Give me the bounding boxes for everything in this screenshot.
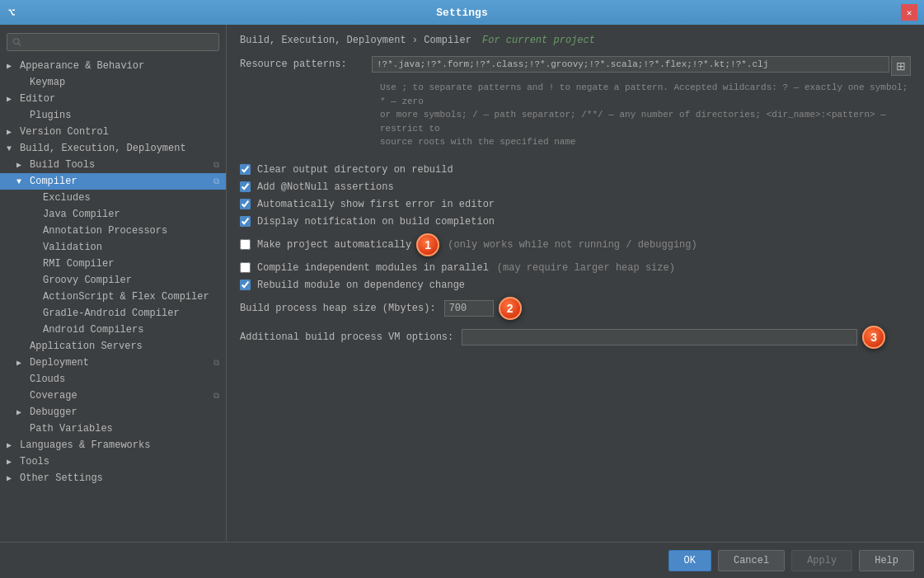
sidebar-item-label: Gradle-Android Compiler [43, 308, 180, 319]
vm-options-label: Additional build process VM options: [240, 331, 453, 343]
sidebar-item-label: Application Servers [30, 341, 143, 352]
copy-icon: ⧉ [213, 161, 219, 170]
checkbox-label-first-error: Automatically show first error in editor [257, 199, 495, 210]
search-bar[interactable] [7, 33, 219, 51]
sidebar-item-annotation-processors[interactable]: Annotation Processors [0, 223, 226, 239]
heap-size-label: Build process heap size (Mbytes): [240, 303, 436, 314]
checkbox-notnull[interactable] [240, 181, 251, 192]
checkbox-build-notification[interactable] [240, 216, 251, 227]
sidebar-item-version-control[interactable]: ▶Version Control [0, 124, 226, 140]
hint-line3: source roots with the specified name [380, 137, 576, 147]
sidebar-item-groovy-compiler[interactable]: Groovy Compiler [0, 272, 226, 289]
checkbox-make-auto[interactable] [240, 239, 251, 250]
checkbox-note-compile-parallel: (may require larger heap size) [497, 262, 675, 274]
sidebar-item-gradle-android[interactable]: Gradle-Android Compiler [0, 305, 226, 322]
arrow-icon: ▶ [16, 358, 26, 368]
hint-line2: or more symbols; / — path separator; /**… [380, 110, 886, 134]
ok-button[interactable]: OK [668, 550, 711, 571]
resource-patterns-row: Resource patterns: ⊞ [240, 56, 911, 76]
heap-size-row: Build process heap size (Mbytes): 2 [240, 297, 911, 320]
help-button[interactable]: Help [859, 550, 914, 571]
sidebar-item-keymap[interactable]: Keymap [0, 74, 226, 91]
arrow-icon: ▶ [7, 440, 16, 450]
sidebar-item-label: Path Variables [30, 423, 113, 435]
sidebar-item-java-compiler[interactable]: Java Compiler [0, 206, 226, 223]
checkbox-row-clear-output: Clear output directory on rebuild [240, 164, 911, 176]
sidebar-item-label: Languages & Frameworks [20, 439, 150, 451]
sidebar-item-path-variables[interactable]: Path Variables [0, 421, 226, 437]
sidebar-item-android-compilers[interactable]: Android Compilers [0, 322, 226, 338]
sidebar-item-label: Other Settings [20, 472, 103, 484]
sidebar-item-label: Build Tools [30, 159, 95, 171]
checkbox-row-first-error: Automatically show first error in editor [240, 199, 911, 210]
sidebar-item-deployment[interactable]: ▶Deployment⧉ [0, 355, 226, 371]
sidebar-item-rmi-compiler[interactable]: RMI Compiler [0, 256, 226, 272]
checkbox-compile-parallel[interactable] [240, 262, 251, 273]
vm-options-input[interactable] [462, 329, 857, 345]
checkbox-rebuild-dependency[interactable] [240, 280, 251, 290]
checkbox-note-make-auto: (only works while not running / debuggin… [448, 239, 697, 251]
sidebar-item-clouds[interactable]: Clouds [0, 371, 226, 388]
sidebar-item-debugger[interactable]: ▶Debugger [0, 404, 226, 421]
checkbox-label-notnull: Add @NotNull assertions [257, 181, 394, 193]
sidebar-item-build-execution[interactable]: ▼Build, Execution, Deployment [0, 140, 226, 157]
search-icon [12, 37, 21, 47]
heap-size-input[interactable] [444, 300, 494, 317]
sidebar-item-label: Tools [20, 456, 49, 468]
arrow-icon: ▶ [16, 407, 26, 417]
cancel-button[interactable]: Cancel [718, 550, 785, 571]
resource-patterns-label: Resource patterns: [240, 56, 372, 70]
title-bar: ⌥ Settings ✕ [0, 0, 924, 25]
window-title: Settings [436, 7, 487, 19]
arrow-icon: ▼ [7, 144, 16, 153]
checkbox-label-clear-output: Clear output directory on rebuild [257, 164, 453, 176]
resource-patterns-input[interactable] [372, 56, 889, 73]
copy-icon: ⧉ [213, 177, 219, 186]
app-icon: ⌥ [8, 6, 15, 20]
checkbox-label-build-notification: Display notification on build completion [257, 216, 495, 228]
annotation-bubble-1: 1 [416, 233, 439, 256]
sidebar-item-other-settings[interactable]: ▶Other Settings [0, 470, 226, 486]
sidebar-item-languages-frameworks[interactable]: ▶Languages & Frameworks [0, 437, 226, 453]
sidebar-item-tools[interactable]: ▶Tools [0, 453, 226, 470]
sidebar-item-label: Build, Execution, Deployment [20, 143, 186, 154]
sidebar-item-label: Java Compiler [43, 209, 120, 220]
sidebar-item-excludes[interactable]: Excludes [0, 190, 226, 206]
sidebar-item-build-tools[interactable]: ▶Build Tools⧉ [0, 157, 226, 173]
sidebar-item-label: Compiler [30, 176, 77, 187]
checkbox-first-error[interactable] [240, 199, 251, 209]
checkbox-row-build-notification: Display notification on build completion [240, 216, 911, 228]
close-button[interactable]: ✕ [901, 4, 917, 21]
checkbox-label-compile-parallel: Compile independent modules in parallel [257, 262, 489, 274]
sidebar-item-plugins[interactable]: Plugins [0, 107, 226, 124]
arrow-icon: ▶ [16, 160, 26, 170]
sidebar-item-validation[interactable]: Validation [0, 239, 226, 256]
checkbox-clear-output[interactable] [240, 164, 251, 175]
sidebar-item-coverage[interactable]: Coverage⧉ [0, 388, 226, 404]
sidebar: ▶Appearance & BehaviorKeymap▶EditorPlugi… [0, 25, 227, 542]
search-input[interactable] [25, 36, 213, 48]
settings-panel: Build, Execution, Deployment › Compiler … [227, 25, 924, 542]
checkbox-label-rebuild-dependency: Rebuild module on dependency change [257, 280, 465, 291]
breadcrumb: Build, Execution, Deployment › Compiler … [240, 35, 911, 46]
apply-button[interactable]: Apply [791, 550, 852, 571]
checkbox-row-make-auto: Make project automatically1(only works w… [240, 233, 911, 256]
sidebar-item-label: Validation [43, 242, 102, 253]
sidebar-item-compiler[interactable]: ▼Compiler⧉ [0, 173, 226, 190]
sidebar-item-application-servers[interactable]: Application Servers [0, 338, 226, 355]
sidebar-item-label: Editor [20, 93, 55, 105]
annotation-bubble-2: 2 [499, 297, 522, 320]
checkbox-row-notnull: Add @NotNull assertions [240, 181, 911, 193]
checkbox-row-compile-parallel: Compile independent modules in parallel(… [240, 262, 911, 274]
sidebar-item-label: Excludes [43, 192, 91, 204]
arrow-icon: ▶ [7, 473, 16, 483]
resource-patterns-edit-button[interactable]: ⊞ [891, 56, 911, 76]
sidebar-item-actionscript-flex[interactable]: ActionScript & Flex Compiler [0, 289, 226, 305]
sidebar-item-label: Groovy Compiler [43, 275, 132, 286]
sidebar-item-appearance[interactable]: ▶Appearance & Behavior [0, 58, 226, 74]
sidebar-items: ▶Appearance & BehaviorKeymap▶EditorPlugi… [0, 58, 226, 486]
sidebar-item-label: Android Compilers [43, 324, 143, 336]
sidebar-item-label: Debugger [30, 406, 77, 418]
sidebar-item-editor[interactable]: ▶Editor [0, 91, 226, 107]
arrow-icon: ▶ [7, 457, 16, 467]
